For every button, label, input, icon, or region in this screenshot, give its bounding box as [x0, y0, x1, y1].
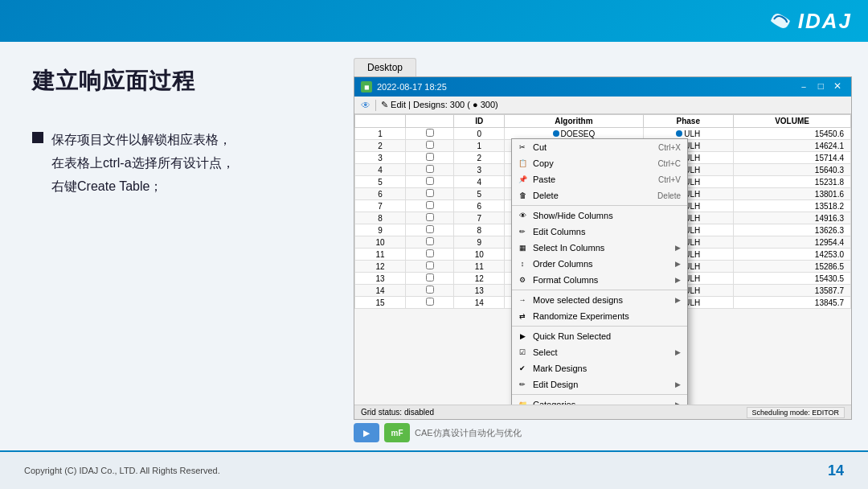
- col-num: [355, 115, 406, 128]
- menu-item-order-columns[interactable]: ↕Order Columns▶: [512, 256, 687, 272]
- minimize-button[interactable]: －: [796, 80, 812, 94]
- cell-checkbox[interactable]: [406, 249, 454, 261]
- cell-id: 6: [454, 200, 505, 212]
- header: IDAJ: [0, 0, 868, 42]
- menu-item-show/hide-columns[interactable]: 👁Show/Hide Columns: [512, 208, 687, 224]
- cell-checkbox[interactable]: [406, 200, 454, 212]
- app-icon: ◼: [361, 81, 372, 92]
- cell-checkbox[interactable]: [406, 212, 454, 224]
- menu-item-move-selected-designs[interactable]: →Move selected designs▶: [512, 292, 687, 308]
- menu-item-cut[interactable]: ✂CutCtrl+X: [512, 139, 687, 155]
- menu-separator: [512, 290, 687, 290]
- title-bar: ◼ 2022-08-17 18:25 － □ ✕: [354, 77, 851, 97]
- menu-item-mark-designs[interactable]: ✔Mark Designs: [512, 360, 687, 376]
- menu-item-select[interactable]: ☑Select▶: [512, 344, 687, 360]
- menu-item-arrow: ▶: [675, 296, 681, 304]
- cell-id: 13: [454, 285, 505, 297]
- cell-checkbox[interactable]: [406, 273, 454, 285]
- menu-item-copy[interactable]: 📋CopyCtrl+C: [512, 155, 687, 171]
- cell-volume: 13845.7: [734, 297, 851, 309]
- menu-item-edit-design[interactable]: ✏Edit Design▶: [512, 376, 687, 392]
- toolbar-separator: [375, 100, 376, 111]
- menu-item-icon: 📌: [517, 174, 528, 185]
- cell-volume: 15231.8: [734, 176, 851, 188]
- cell-id: 1: [454, 140, 505, 152]
- menu-item-arrow: ▶: [675, 380, 681, 388]
- desktop-tab[interactable]: Desktop: [354, 58, 416, 76]
- menu-separator: [512, 326, 687, 327]
- cell-checkbox[interactable]: [406, 188, 454, 200]
- cell-checkbox[interactable]: [406, 285, 454, 297]
- menu-item-icon: →: [517, 294, 528, 306]
- cell-rownum: 13: [355, 273, 406, 285]
- cell-checkbox[interactable]: [406, 164, 454, 176]
- menu-item-edit-columns[interactable]: ✏Edit Columns: [512, 224, 687, 240]
- status-text: Grid status: disabled: [361, 408, 434, 417]
- menu-item-randomize-experiments[interactable]: ⇄Randomize Experiments: [512, 308, 687, 324]
- menu-item-icon: 📋: [517, 158, 528, 169]
- eye-icon: 👁: [361, 100, 371, 111]
- cell-rownum: 9: [355, 224, 406, 236]
- menu-item-categories[interactable]: 📁Categories▶: [512, 397, 687, 405]
- menu-item-label: Mark Designs: [533, 364, 681, 373]
- col-checkbox: [406, 115, 454, 128]
- cell-id: 7: [454, 212, 505, 224]
- maximize-button[interactable]: □: [815, 80, 827, 94]
- context-menu: ✂CutCtrl+X📋CopyCtrl+C📌PasteCtrl+V🗑Delete…: [511, 138, 688, 405]
- cell-checkbox[interactable]: [406, 176, 454, 188]
- menu-item-arrow: ▶: [675, 348, 681, 356]
- menu-item-icon: ✔: [517, 363, 528, 374]
- cell-volume: 13587.7: [734, 285, 851, 297]
- footer-btn-mf[interactable]: mF: [384, 423, 410, 442]
- cell-checkbox[interactable]: [406, 224, 454, 236]
- cell-checkbox[interactable]: [406, 236, 454, 249]
- menu-item-quick-run-selected[interactable]: ▶Quick Run Selected: [512, 328, 687, 344]
- footer-page-num: 14: [828, 462, 844, 479]
- menu-item-icon: ✏: [517, 226, 528, 237]
- cell-rownum: 15: [355, 297, 406, 309]
- footer-btn-arrow[interactable]: ▶: [354, 423, 379, 442]
- table-area: ID Algorithm Phase VOLUME 1 0 DOESEQ ULH…: [354, 114, 851, 405]
- cell-id: 12: [454, 273, 505, 285]
- menu-item-label: Select In Columns: [533, 243, 670, 253]
- col-phase: Phase: [643, 115, 734, 128]
- menu-item-icon: ⇄: [517, 310, 528, 322]
- menu-item-label: Order Columns: [533, 259, 670, 269]
- cell-rownum: 2: [355, 140, 406, 152]
- cell-volume: 15450.6: [734, 128, 851, 140]
- menu-item-icon: ✂: [517, 142, 528, 153]
- cell-rownum: 4: [355, 164, 406, 176]
- menu-item-paste[interactable]: 📌PasteCtrl+V: [512, 171, 687, 187]
- close-button[interactable]: ✕: [830, 80, 845, 94]
- menu-item-label: Randomize Experiments: [533, 311, 681, 321]
- title-bar-text: ◼ 2022-08-17 18:25: [361, 81, 447, 92]
- menu-item-arrow: ▶: [675, 401, 681, 405]
- cell-checkbox[interactable]: [406, 152, 454, 164]
- page-title: 建立响应面过程: [32, 66, 313, 97]
- col-algorithm: Algorithm: [505, 115, 643, 128]
- menu-item-format-columns[interactable]: ⚙Format Columns▶: [512, 272, 687, 288]
- cell-rownum: 8: [355, 212, 406, 224]
- col-volume: VOLUME: [734, 115, 851, 128]
- cell-id: 5: [454, 188, 505, 200]
- cell-volume: 14916.3: [734, 212, 851, 224]
- bullet-section: 保存项目文件以解锁相应表格，在表格上ctrl-a选择所有设计点，右键Create…: [32, 129, 313, 198]
- cell-id: 4: [454, 176, 505, 188]
- cell-rownum: 14: [355, 285, 406, 297]
- scheduling-badge: Scheduling mode: EDITOR: [747, 407, 845, 418]
- cell-checkbox[interactable]: [406, 128, 454, 140]
- cell-id: 9: [454, 236, 505, 249]
- cell-volume: 13518.2: [734, 200, 851, 212]
- menu-separator: [512, 394, 687, 395]
- menu-item-select-in-columns[interactable]: ▦Select In Columns▶: [512, 240, 687, 256]
- cell-checkbox[interactable]: [406, 140, 454, 152]
- menu-item-icon: 🗑: [517, 190, 528, 201]
- cell-checkbox[interactable]: [406, 261, 454, 273]
- cell-volume: 15430.5: [734, 273, 851, 285]
- cell-volume: 13626.3: [734, 224, 851, 236]
- menu-item-label: Quick Run Selected: [533, 331, 681, 341]
- menu-item-delete[interactable]: 🗑DeleteDelete: [512, 187, 687, 203]
- menu-item-arrow: ▶: [675, 276, 681, 284]
- main-content: 建立响应面过程 保存项目文件以解锁相应表格，在表格上ctrl-a选择所有设计点，…: [0, 42, 868, 450]
- cell-checkbox[interactable]: [406, 297, 454, 309]
